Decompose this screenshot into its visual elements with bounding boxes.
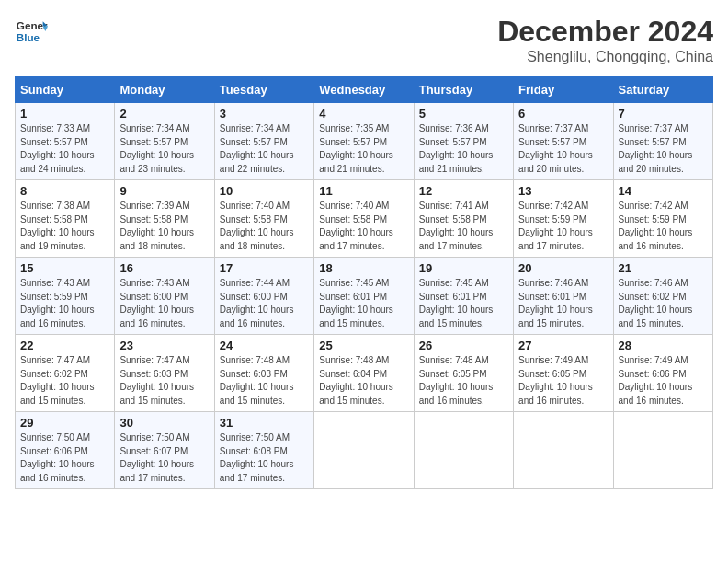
- day-info: Sunrise: 7:36 AM Sunset: 5:57 PM Dayligh…: [419, 122, 508, 176]
- day-number: 10: [220, 184, 309, 198]
- day-number: 6: [518, 107, 608, 121]
- calendar-cell: 27Sunrise: 7:49 AM Sunset: 6:05 PM Dayli…: [514, 335, 613, 412]
- column-header-friday: Friday: [514, 77, 613, 103]
- day-info: Sunrise: 7:34 AM Sunset: 5:57 PM Dayligh…: [119, 122, 209, 176]
- calendar-cell: 26Sunrise: 7:48 AM Sunset: 6:05 PM Dayli…: [414, 335, 513, 412]
- day-info: Sunrise: 7:48 AM Sunset: 6:04 PM Dayligh…: [319, 354, 408, 408]
- location-subtitle: Shenglilu, Chongqing, China: [497, 49, 713, 65]
- column-header-monday: Monday: [115, 77, 214, 103]
- calendar-cell: 2Sunrise: 7:34 AM Sunset: 5:57 PM Daylig…: [115, 103, 214, 180]
- day-info: Sunrise: 7:33 AM Sunset: 5:57 PM Dayligh…: [20, 122, 109, 176]
- day-info: Sunrise: 7:37 AM Sunset: 5:57 PM Dayligh…: [518, 122, 608, 176]
- calendar-cell: 9Sunrise: 7:39 AM Sunset: 5:58 PM Daylig…: [115, 180, 214, 258]
- calendar-header-row: SundayMondayTuesdayWednesdayThursdayFrid…: [16, 77, 713, 103]
- day-info: Sunrise: 7:47 AM Sunset: 6:03 PM Dayligh…: [119, 354, 209, 408]
- day-info: Sunrise: 7:44 AM Sunset: 6:00 PM Dayligh…: [220, 277, 309, 330]
- column-header-tuesday: Tuesday: [214, 77, 313, 103]
- calendar-cell: 19Sunrise: 7:45 AM Sunset: 6:01 PM Dayli…: [414, 258, 513, 335]
- day-info: Sunrise: 7:43 AM Sunset: 5:59 PM Dayligh…: [20, 277, 109, 330]
- calendar-week-row: 8Sunrise: 7:38 AM Sunset: 5:58 PM Daylig…: [16, 180, 713, 258]
- day-number: 20: [518, 261, 608, 275]
- day-info: Sunrise: 7:35 AM Sunset: 5:57 PM Dayligh…: [319, 122, 408, 176]
- month-title: December 2024: [497, 15, 713, 49]
- calendar-cell: 17Sunrise: 7:44 AM Sunset: 6:00 PM Dayli…: [214, 258, 313, 335]
- day-info: Sunrise: 7:50 AM Sunset: 6:06 PM Dayligh…: [20, 431, 109, 485]
- day-number: 29: [20, 416, 109, 430]
- day-info: Sunrise: 7:43 AM Sunset: 6:00 PM Dayligh…: [119, 277, 209, 330]
- calendar-cell: 30Sunrise: 7:50 AM Sunset: 6:07 PM Dayli…: [115, 412, 214, 489]
- day-number: 19: [419, 261, 508, 275]
- day-number: 27: [518, 339, 608, 352]
- calendar-cell: 6Sunrise: 7:37 AM Sunset: 5:57 PM Daylig…: [514, 103, 613, 180]
- day-number: 11: [319, 184, 408, 198]
- calendar-cell: 14Sunrise: 7:42 AM Sunset: 5:59 PM Dayli…: [613, 180, 712, 258]
- calendar-cell: 29Sunrise: 7:50 AM Sunset: 6:06 PM Dayli…: [16, 412, 115, 489]
- day-number: 21: [619, 261, 708, 275]
- day-info: Sunrise: 7:45 AM Sunset: 6:01 PM Dayligh…: [419, 277, 508, 330]
- day-number: 1: [20, 107, 109, 121]
- calendar-cell: 25Sunrise: 7:48 AM Sunset: 6:04 PM Dayli…: [314, 335, 414, 412]
- day-info: Sunrise: 7:47 AM Sunset: 6:02 PM Dayligh…: [20, 354, 109, 408]
- day-info: Sunrise: 7:42 AM Sunset: 5:59 PM Dayligh…: [518, 200, 608, 253]
- day-number: 4: [319, 107, 408, 121]
- day-number: 3: [220, 107, 309, 121]
- column-header-saturday: Saturday: [613, 77, 712, 103]
- day-info: Sunrise: 7:37 AM Sunset: 5:57 PM Dayligh…: [619, 122, 708, 176]
- day-number: 7: [619, 107, 708, 121]
- day-number: 16: [119, 261, 209, 275]
- day-number: 31: [220, 416, 309, 430]
- day-info: Sunrise: 7:49 AM Sunset: 6:06 PM Dayligh…: [619, 354, 708, 408]
- calendar-cell: 21Sunrise: 7:46 AM Sunset: 6:02 PM Dayli…: [613, 258, 712, 335]
- calendar-cell: 7Sunrise: 7:37 AM Sunset: 5:57 PM Daylig…: [613, 103, 712, 180]
- calendar-cell: 15Sunrise: 7:43 AM Sunset: 5:59 PM Dayli…: [16, 258, 115, 335]
- day-info: Sunrise: 7:39 AM Sunset: 5:58 PM Dayligh…: [119, 200, 209, 253]
- calendar-cell: 4Sunrise: 7:35 AM Sunset: 5:57 PM Daylig…: [314, 103, 414, 180]
- day-number: 9: [119, 184, 209, 198]
- day-info: Sunrise: 7:50 AM Sunset: 6:08 PM Dayligh…: [220, 431, 309, 485]
- calendar-cell: 22Sunrise: 7:47 AM Sunset: 6:02 PM Dayli…: [16, 335, 115, 412]
- page-header: General Blue December 2024 Shenglilu, Ch…: [15, 15, 713, 65]
- day-number: 26: [419, 339, 508, 352]
- logo: General Blue: [15, 15, 48, 48]
- day-info: Sunrise: 7:34 AM Sunset: 5:57 PM Dayligh…: [220, 122, 309, 176]
- day-number: 28: [619, 339, 708, 352]
- day-number: 23: [119, 339, 209, 352]
- calendar-cell: 20Sunrise: 7:46 AM Sunset: 6:01 PM Dayli…: [514, 258, 613, 335]
- calendar-cell: 8Sunrise: 7:38 AM Sunset: 5:58 PM Daylig…: [16, 180, 115, 258]
- calendar-week-row: 29Sunrise: 7:50 AM Sunset: 6:06 PM Dayli…: [16, 412, 713, 489]
- calendar-cell: 1Sunrise: 7:33 AM Sunset: 5:57 PM Daylig…: [16, 103, 115, 180]
- day-number: 15: [20, 261, 109, 275]
- day-info: Sunrise: 7:49 AM Sunset: 6:05 PM Dayligh…: [518, 354, 608, 408]
- day-number: 18: [319, 261, 408, 275]
- calendar-table: SundayMondayTuesdayWednesdayThursdayFrid…: [15, 76, 713, 489]
- calendar-cell: 24Sunrise: 7:48 AM Sunset: 6:03 PM Dayli…: [214, 335, 313, 412]
- day-number: 17: [220, 261, 309, 275]
- calendar-cell: [514, 412, 613, 489]
- day-info: Sunrise: 7:40 AM Sunset: 5:58 PM Dayligh…: [319, 200, 408, 253]
- column-header-sunday: Sunday: [16, 77, 115, 103]
- column-header-thursday: Thursday: [414, 77, 513, 103]
- calendar-cell: 12Sunrise: 7:41 AM Sunset: 5:58 PM Dayli…: [414, 180, 513, 258]
- day-number: 5: [419, 107, 508, 121]
- title-block: December 2024 Shenglilu, Chongqing, Chin…: [497, 15, 713, 65]
- day-number: 12: [419, 184, 508, 198]
- calendar-cell: 3Sunrise: 7:34 AM Sunset: 5:57 PM Daylig…: [214, 103, 313, 180]
- day-info: Sunrise: 7:42 AM Sunset: 5:59 PM Dayligh…: [619, 200, 708, 253]
- calendar-cell: 10Sunrise: 7:40 AM Sunset: 5:58 PM Dayli…: [214, 180, 313, 258]
- day-info: Sunrise: 7:48 AM Sunset: 6:03 PM Dayligh…: [220, 354, 309, 408]
- calendar-week-row: 22Sunrise: 7:47 AM Sunset: 6:02 PM Dayli…: [16, 335, 713, 412]
- calendar-cell: 23Sunrise: 7:47 AM Sunset: 6:03 PM Dayli…: [115, 335, 214, 412]
- day-number: 8: [20, 184, 109, 198]
- day-number: 24: [220, 339, 309, 352]
- day-info: Sunrise: 7:45 AM Sunset: 6:01 PM Dayligh…: [319, 277, 408, 330]
- calendar-cell: 28Sunrise: 7:49 AM Sunset: 6:06 PM Dayli…: [613, 335, 712, 412]
- day-info: Sunrise: 7:50 AM Sunset: 6:07 PM Dayligh…: [119, 431, 209, 485]
- calendar-cell: [414, 412, 513, 489]
- calendar-cell: 16Sunrise: 7:43 AM Sunset: 6:00 PM Dayli…: [115, 258, 214, 335]
- day-number: 2: [119, 107, 209, 121]
- logo-icon: General Blue: [15, 15, 48, 48]
- calendar-cell: [314, 412, 414, 489]
- day-number: 14: [619, 184, 708, 198]
- calendar-week-row: 1Sunrise: 7:33 AM Sunset: 5:57 PM Daylig…: [16, 103, 713, 180]
- calendar-week-row: 15Sunrise: 7:43 AM Sunset: 5:59 PM Dayli…: [16, 258, 713, 335]
